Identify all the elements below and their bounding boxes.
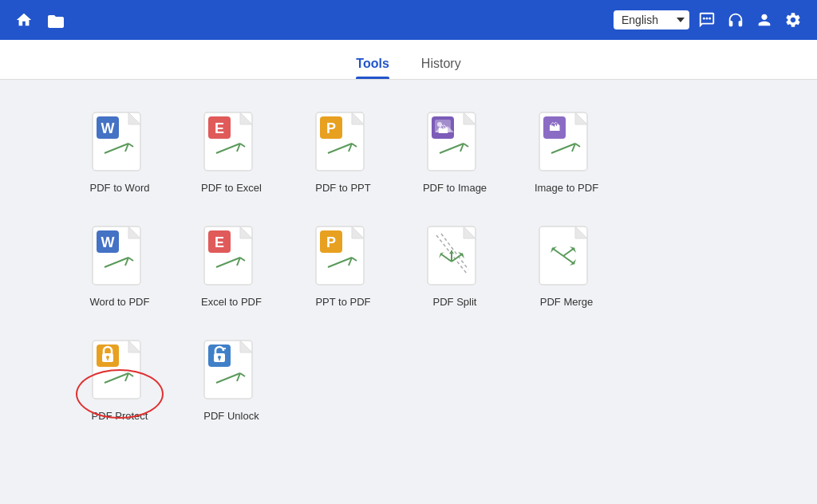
tool-image-to-pdf[interactable]: 🏔 Image to PDF: [511, 104, 622, 202]
header-right-icons: English French Spanish German Chinese: [614, 9, 804, 31]
pdf-split-icon: [427, 226, 483, 289]
pdf-merge-icon: [539, 226, 594, 289]
ppt-to-pdf-icon: P: [315, 226, 371, 289]
tab-tools[interactable]: Tools: [356, 57, 389, 79]
pdf-to-word-icon: W: [92, 112, 148, 175]
svg-text:P: P: [326, 234, 336, 250]
tools-row-2: W Word to PDF E: [64, 218, 753, 316]
tool-pdf-unlock[interactable]: PDF Unlock: [176, 332, 287, 430]
pdf-to-image-icon: 🏔: [427, 112, 483, 175]
tool-pdf-to-image[interactable]: 🏔 PDF to Image: [399, 104, 511, 202]
tabs-bar: Tools History: [0, 40, 817, 80]
svg-text:E: E: [215, 120, 224, 136]
settings-icon[interactable]: [782, 9, 804, 31]
tool-pdf-to-excel-label: PDF to Excel: [201, 182, 262, 194]
svg-text:E: E: [215, 234, 224, 250]
tools-row-1: W PDF to Word E: [64, 104, 753, 202]
tool-pdf-protect-label: PDF Protect: [92, 410, 148, 422]
pdf-protect-icon: [92, 340, 148, 404]
tool-pdf-to-image-label: PDF to Image: [423, 182, 487, 194]
tool-word-to-pdf[interactable]: W Word to PDF: [64, 218, 176, 316]
excel-to-pdf-icon: E: [203, 226, 259, 289]
header-left-icons: [13, 9, 67, 31]
tools-row-3: PDF Protect: [64, 332, 753, 430]
tool-pdf-merge-label: PDF Merge: [540, 296, 593, 308]
headset-icon[interactable]: [724, 9, 747, 31]
svg-text:W: W: [101, 120, 115, 136]
pdf-to-ppt-icon: P: [315, 112, 371, 175]
word-to-pdf-icon: W: [92, 226, 148, 289]
tool-pdf-to-excel[interactable]: E PDF to Excel: [176, 104, 287, 202]
tool-pdf-protect[interactable]: PDF Protect: [64, 332, 176, 430]
user-icon[interactable]: [753, 9, 776, 31]
language-select[interactable]: English French Spanish German Chinese: [614, 10, 689, 30]
pdf-unlock-icon: [203, 340, 259, 404]
main-content: W PDF to Word E: [0, 80, 817, 504]
tool-excel-to-pdf[interactable]: E Excel to PDF: [176, 218, 287, 316]
tool-pdf-to-ppt[interactable]: P PDF to PPT: [287, 104, 399, 202]
svg-point-2: [708, 18, 711, 20]
tool-ppt-to-pdf-label: PPT to PDF: [315, 296, 370, 308]
svg-text:🏔: 🏔: [438, 124, 448, 136]
tool-image-to-pdf-label: Image to PDF: [535, 182, 598, 194]
app-header: English French Spanish German Chinese: [0, 0, 817, 40]
svg-text:P: P: [326, 120, 336, 136]
tool-pdf-to-word[interactable]: W PDF to Word: [64, 104, 176, 202]
tool-pdf-merge[interactable]: PDF Merge: [511, 218, 622, 316]
pdf-to-excel-icon: E: [203, 112, 259, 175]
tool-pdf-split[interactable]: PDF Split: [399, 218, 511, 316]
tool-word-to-pdf-label: Word to PDF: [90, 296, 150, 308]
tool-excel-to-pdf-label: Excel to PDF: [201, 296, 262, 308]
folder-icon[interactable]: [45, 9, 67, 31]
tool-ppt-to-pdf[interactable]: P PPT to PDF: [287, 218, 399, 316]
comment-icon[interactable]: [696, 9, 718, 31]
tool-pdf-to-word-label: PDF to Word: [90, 182, 150, 194]
svg-point-1: [706, 18, 708, 20]
svg-text:🏔: 🏔: [549, 120, 560, 133]
tool-pdf-split-label: PDF Split: [433, 296, 477, 308]
image-to-pdf-icon: 🏔: [539, 112, 594, 175]
svg-point-0: [703, 18, 705, 20]
home-icon[interactable]: [13, 9, 35, 31]
tool-pdf-to-ppt-label: PDF to PPT: [315, 182, 370, 194]
svg-text:W: W: [101, 234, 115, 250]
tool-pdf-unlock-label: PDF Unlock: [203, 410, 259, 422]
tab-history[interactable]: History: [421, 57, 461, 79]
